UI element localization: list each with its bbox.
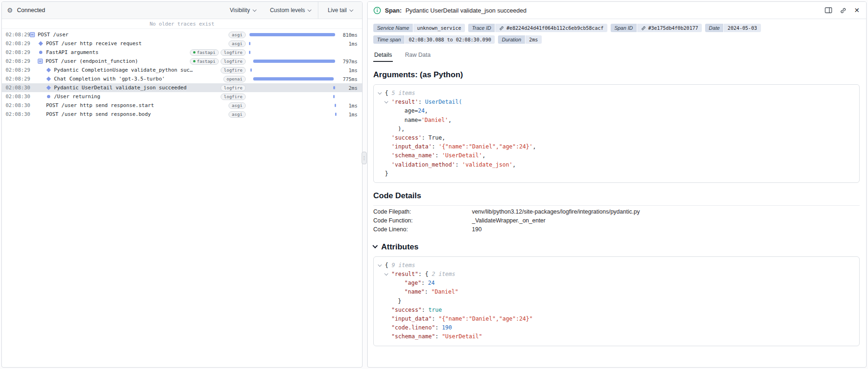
close-icon[interactable]: ✕ [854,7,860,13]
timestamp: 02:08:29 [2,58,30,64]
span-detail-body: Service Nameunknown_serviceTrace ID#e822… [368,19,866,367]
collapse-caret-icon[interactable] [378,89,385,98]
badge-label: Trace ID [468,24,495,32]
trace-row[interactable]: 02:08:30Pydantic UserDetail validate_jso… [2,83,362,92]
duration-track [249,30,337,39]
trace-panel: ⚙ Connected Visibility Custom levels Liv… [1,1,363,368]
duration-track [249,74,337,83]
span-kind-label: Span: [385,7,402,14]
badge-value: unknown_service [413,24,465,32]
attributes-code: { 9 items"result": { 2 items"age": 24"na… [373,256,860,346]
trace-row[interactable]: 02:08:29Pydantic CompletionUsage validat… [2,66,362,74]
collapse-caret-icon[interactable] [385,98,391,107]
code-detail-row: Code Lineno:190 [373,225,860,234]
tag-logfire: logfire [221,94,246,100]
span-label: POST /user http send response.body [46,111,151,117]
duration-bar [250,68,252,72]
timestamp: 02:08:29 [2,49,30,55]
duration-track [249,110,337,119]
trace-toolbar: ⚙ Connected Visibility Custom levels Liv… [2,2,362,19]
tag-logfire: logfire [221,58,246,65]
tab-details[interactable]: Details [373,50,393,62]
trace-row[interactable]: 02:08:29−POST /user (endpoint_function)f… [2,57,362,66]
span-diamond-icon [46,76,51,82]
collapse-caret-icon[interactable] [385,270,391,279]
code-line: "code.lineno": 190 [378,323,855,332]
code-line: ), [378,125,855,134]
green-dot-icon [193,51,195,54]
trace-row[interactable]: 02:08:29−POST /userasgi810ms [2,30,362,39]
panel-layout-icon[interactable] [825,7,832,13]
trace-row[interactable]: 02:08:29Chat Completion with 'gpt-3.5-tu… [2,74,362,83]
duration-track [249,39,337,48]
badge-value: #3e175db4f0b20177 [637,24,702,32]
tag-logfire: logfire [221,49,246,56]
trace-row[interactable]: 02:08:30/User returninglogfire [2,92,362,101]
badge-label: Duration [498,35,525,44]
code-line: "age": 24 [378,279,855,288]
trace-row[interactable]: 02:08:29FastAPI argumentsfastapilogfire [2,48,362,57]
duration-text: 797ms [337,59,362,64]
span-label: POST /user http send response.start [46,102,154,108]
code-line: } [378,297,855,306]
span-label: Pydantic CompletionUsage validate_python… [54,67,195,73]
arguments-code: { 5 items'result': UserDetail(age=24,nam… [373,84,860,183]
badge-label: Time span [373,35,404,44]
collapse-icon[interactable]: − [30,32,35,37]
no-older-traces-notice: No older traces exist [2,19,362,29]
timestamp: 02:08:29 [2,67,30,73]
duration-track [249,101,337,110]
code-detail-row: Code Filepath:venv/lib/python3.12/site-p… [373,208,860,216]
app: ⚙ Connected Visibility Custom levels Liv… [0,0,868,369]
meta-badge: Service Nameunknown_service [373,24,465,32]
trace-row[interactable]: 02:08:29POST /user http receive requesta… [2,39,362,48]
trace-row[interactable]: 02:08:30POST /user http send response.bo… [2,110,362,119]
span-label: FastAPI arguments [46,49,99,55]
green-dot-icon [193,60,195,62]
code-details-heading: Code Details [373,191,860,201]
duration-bar [335,104,336,107]
code-line: 'schema_name': 'UserDetail', [378,151,855,160]
span-label: /User returning [54,94,100,100]
visibility-menu[interactable]: Visibility [223,2,263,19]
span-label: Pydantic UserDetail validate_json succee… [54,85,187,91]
collapse-caret-icon[interactable] [378,261,385,270]
duration-text: 2ms [337,85,362,91]
settings-gear-icon[interactable]: ⚙ [7,7,13,14]
duration-bar [249,42,250,45]
info-icon [373,7,381,14]
badge-value: 2ms [525,35,542,44]
attributes-heading[interactable]: Attributes [373,242,860,252]
span-label: POST /user [38,32,68,38]
code-line: age=24, [378,107,855,115]
duration-text: 1ms [337,112,362,117]
copy-link-icon[interactable] [840,7,847,14]
tag-fastapi: fastapi [190,49,219,56]
panel-resize-handle[interactable]: ⋮ [362,152,367,164]
chevron-down-icon [372,243,377,248]
tag-logfire: logfire [221,67,246,74]
duration-bar [333,95,335,98]
timestamp: 02:08:29 [2,40,30,47]
badge-label: Date [705,24,723,32]
badge-value: #e8224d24d41f064b112c6eb9cb58cacf [495,24,607,32]
tag-asgi: asgi [229,102,246,109]
trace-row[interactable]: 02:08:30POST /user http send response.st… [2,101,362,110]
duration-bar [335,113,336,116]
chevron-down-icon [308,7,311,11]
live-tail-menu[interactable]: Live tail [318,2,362,19]
code-line: "result": { 2 items [378,270,855,279]
tab-raw-data[interactable]: Raw Data [404,50,431,62]
duration-bar [253,60,336,63]
duration-track [249,48,337,57]
log-circle-icon [38,50,43,55]
duration-bar [253,77,334,81]
duration-track [249,83,337,92]
timestamp: 02:08:30 [2,102,30,108]
custom-levels-menu[interactable]: Custom levels [263,2,318,19]
code-detail-row: Code Function:_ValidateWrapper._on_enter [373,216,860,225]
code-detail-label: Code Function: [373,217,472,224]
collapse-icon[interactable]: − [38,59,43,64]
code-details-table: Code Filepath:venv/lib/python3.12/site-p… [373,205,860,234]
badge-label: Service Name [373,24,413,32]
